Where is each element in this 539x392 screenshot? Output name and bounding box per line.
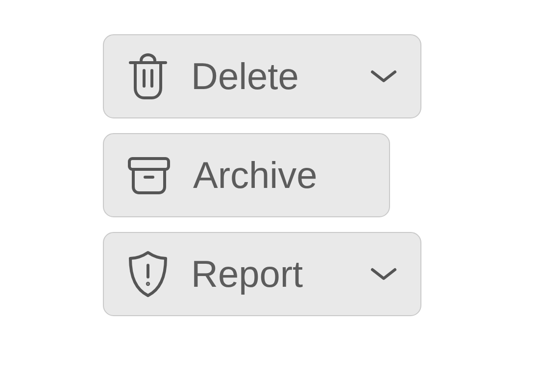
archive-box-icon bbox=[126, 155, 172, 196]
archive-label: Archive bbox=[193, 157, 367, 194]
svg-rect-3 bbox=[129, 159, 169, 169]
svg-point-6 bbox=[147, 283, 148, 284]
chevron-down-icon bbox=[369, 68, 398, 85]
delete-button[interactable]: Delete bbox=[103, 34, 421, 118]
delete-label: Delete bbox=[191, 58, 369, 95]
chevron-down-icon bbox=[369, 266, 398, 282]
report-label: Report bbox=[191, 255, 369, 293]
action-button-stack: Delete Archive bbox=[103, 34, 421, 316]
shield-alert-icon bbox=[126, 250, 170, 299]
report-button[interactable]: Report bbox=[103, 232, 421, 316]
trash-icon bbox=[126, 53, 170, 100]
archive-button[interactable]: Archive bbox=[103, 133, 390, 217]
